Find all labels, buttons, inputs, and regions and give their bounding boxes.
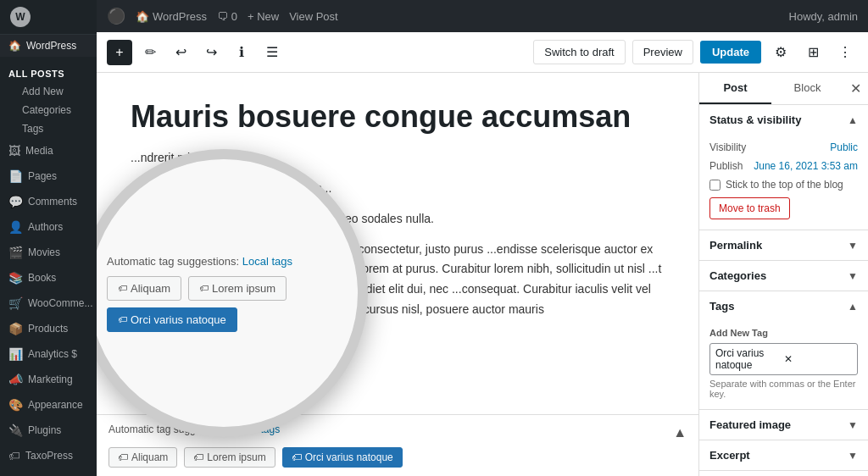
pages-icon: 📄 (8, 169, 23, 183)
section-permalink-header[interactable]: Permalink ▼ (699, 230, 868, 260)
new-button[interactable]: + New (248, 10, 279, 23)
sidebar-item-woocommerce[interactable]: 🛒 WooComme... (0, 291, 97, 316)
comments-icon: 💬 (8, 195, 23, 208)
section-featured-image: Featured image ▼ (699, 410, 868, 440)
section-excerpt-header[interactable]: Excerpt ▼ (699, 440, 868, 470)
sidebar-item-marketing[interactable]: 📣 Marketing (0, 367, 97, 392)
close-panel-button[interactable]: ✕ (843, 74, 868, 103)
collapse-tag-panel-button[interactable]: ▲ (673, 425, 687, 440)
site-link[interactable]: 🏠 WordPress (136, 10, 207, 23)
taxopress-icon: 🏷 (8, 449, 20, 462)
tab-block[interactable]: Block (771, 73, 843, 104)
chevron-down-excerpt-icon: ▼ (848, 450, 858, 462)
sidebar-nav: All Posts Add New Categories Tags 🖼 Medi… (0, 57, 97, 476)
sidebar-item-books[interactable]: 📚 Books (0, 265, 97, 291)
sidebar-item-products-label: Products (28, 323, 68, 335)
tag-icon-b-orci: 🏷 (292, 451, 302, 463)
featured-image-title: Featured image (709, 418, 791, 431)
sidebar-item-authors[interactable]: 👤 Authors (0, 214, 97, 240)
marketing-icon: 📣 (8, 373, 23, 386)
sidebar-item-movies[interactable]: 🎬 Movies (0, 240, 97, 265)
sticky-checkbox[interactable] (709, 180, 721, 191)
columns-button[interactable]: ⊞ (800, 40, 826, 65)
woocommerce-icon: 🛒 (8, 296, 23, 310)
sidebar-item-analytics[interactable]: 📊 Analytics $ (0, 341, 97, 367)
bottom-tag-chip-lorem[interactable]: 🏷 Lorem ipsum (184, 447, 275, 468)
sidebar-item-plugins[interactable]: 🔌 Plugins (0, 418, 97, 443)
publish-value[interactable]: June 16, 2021 3:53 am (754, 160, 858, 172)
sidebar-item-authors-label: Authors (28, 221, 63, 233)
local-tags-link-magnified[interactable]: Local tags (242, 255, 292, 268)
sidebar-item-taxopress[interactable]: 🏷 TaxoPress (0, 443, 97, 468)
tag-input-row[interactable]: Orci varius natoque ✕ (709, 343, 858, 375)
post-editor[interactable]: Mauris bosuere congue accumsan ...ndreri… (97, 73, 698, 476)
post-title[interactable]: Mauris bosuere congue accumsan (131, 98, 665, 135)
more-options-button[interactable]: ⋮ (832, 40, 858, 65)
excerpt-title: Excerpt (709, 449, 750, 462)
site-name-topbar: WordPress (153, 10, 207, 23)
section-categories: Categories ▼ (699, 261, 868, 291)
section-excerpt: Excerpt ▼ (699, 440, 868, 471)
bottom-tag-chip-aliquam[interactable]: 🏷 Aliquam (108, 447, 177, 468)
section-featured-image-header[interactable]: Featured image ▼ (699, 410, 868, 440)
info-button[interactable]: ℹ (229, 40, 254, 65)
view-post-link[interactable]: View Post (289, 10, 338, 23)
plugins-icon: 🔌 (8, 423, 23, 437)
add-new-tag-label: Add New Tag (709, 328, 858, 338)
undo-button[interactable]: ↩ (168, 40, 193, 65)
sidebar-item-appearance[interactable]: 🎨 Appearance (0, 392, 97, 418)
preview-button[interactable]: Preview (632, 40, 693, 64)
tag-chip-lorem-ipsum[interactable]: 🏷 Lorem ipsum (188, 276, 287, 301)
tag-chip-orci-varius[interactable]: 🏷 Orci varius natoque (107, 307, 237, 332)
sidebar-item-media[interactable]: 🖼 Media (0, 138, 97, 163)
site-name: WordPress (26, 40, 76, 52)
status-visibility-title: Status & visibility (709, 113, 801, 126)
books-icon: 📚 (8, 271, 23, 285)
notifications-badge[interactable]: 🗨 0 (217, 10, 237, 23)
sidebar-item-tags[interactable]: Tags (0, 119, 97, 138)
sidebar-item-pages[interactable]: 📄 Pages (0, 163, 97, 189)
magnifier-content: Automatic tag suggestions: Local tags 🏷 … (97, 238, 358, 349)
chevron-up-tags-icon: ▲ (848, 301, 858, 313)
tag-icon-lorem: 🏷 (199, 283, 209, 293)
sidebar-item-add-new[interactable]: Add New (0, 82, 97, 101)
admin-bar-site[interactable]: 🏠 WordPress (0, 35, 97, 57)
current-tag-value: Orci varius natoque (715, 347, 784, 371)
publish-label: Publish (709, 160, 743, 172)
sidebar-item-comments[interactable]: 💬 Comments (0, 189, 97, 214)
sidebar: W 🏠 WordPress All Posts Add New Categori… (0, 0, 97, 476)
settings-panel-button[interactable]: ⚙ (768, 40, 793, 65)
products-icon: 📦 (8, 322, 23, 335)
edit-button[interactable]: ✏ (137, 40, 163, 65)
tag-chips-magnified: 🏷 Aliquam 🏷 Lorem ipsum 🏷 Orci varius na… (107, 276, 341, 332)
tag-chip-aliquam[interactable]: 🏷 Aliquam (107, 276, 181, 301)
section-status-visibility: Status & visibility ▲ Visibility Public … (699, 105, 868, 230)
sidebar-item-categories[interactable]: Categories (0, 101, 97, 119)
move-to-trash-button[interactable]: Move to trash (709, 197, 790, 219)
editor-body: Mauris bosuere congue accumsan ...ndreri… (97, 73, 868, 476)
section-tags-header[interactable]: Tags ▲ (699, 291, 868, 321)
add-block-button[interactable]: + (107, 40, 132, 65)
redo-button[interactable]: ↪ (198, 40, 224, 65)
section-tags: Tags ▲ Add New Tag Orci varius natoque ✕… (699, 291, 868, 410)
update-button[interactable]: Update (700, 41, 761, 64)
tag-icon-orci: 🏷 (118, 314, 127, 324)
visibility-label: Visibility (709, 141, 746, 153)
tab-post[interactable]: Post (699, 73, 771, 104)
chevron-down-permalink-icon: ▼ (848, 240, 858, 252)
auto-tag-label-magnified: Automatic tag suggestions: Local tags (107, 255, 341, 268)
chevron-down-featured-icon: ▼ (848, 419, 858, 431)
bottom-tag-chip-orci[interactable]: 🏷 Orci varius natoque (282, 447, 403, 468)
visibility-value[interactable]: Public (830, 141, 858, 153)
section-categories-header[interactable]: Categories ▼ (699, 261, 868, 291)
section-status-visibility-header[interactable]: Status & visibility ▲ (699, 105, 868, 135)
sidebar-item-users[interactable]: 👥 Users (0, 468, 97, 476)
remove-tag-button[interactable]: ✕ (784, 353, 853, 365)
chevron-up-icon: ▲ (848, 114, 858, 126)
list-view-button[interactable]: ☰ (259, 40, 285, 65)
wp-logo-icon: W (10, 7, 31, 27)
sidebar-item-products[interactable]: 📦 Products (0, 316, 97, 341)
switch-to-draft-button[interactable]: Switch to draft (533, 40, 625, 64)
editor-toolbar: + ✏ ↩ ↪ ℹ ☰ Switch to draft Preview Upda… (97, 32, 868, 73)
chevron-down-categories-icon: ▼ (848, 270, 858, 282)
